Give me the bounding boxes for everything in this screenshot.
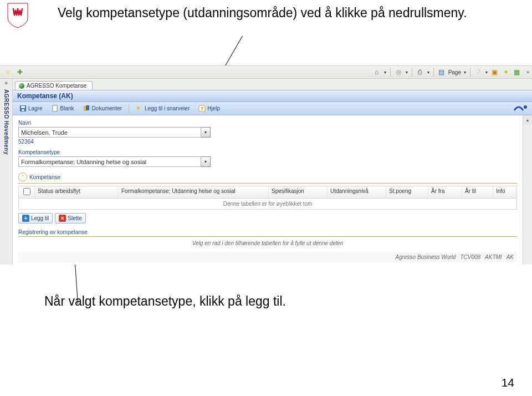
help-label: Hjelp [207,105,220,111]
instruction-top: Velg kompetansetype (utdanningsområde) v… [58,4,467,22]
dropdown-arrow-icon[interactable]: ▾ [485,70,488,75]
kompetansetype-dropdown-button[interactable]: ▾ [201,156,211,167]
favorite-add-icon[interactable]: ☆ [3,68,12,77]
scrollbar[interactable]: ▴ [523,115,532,265]
navn-input[interactable] [18,127,201,138]
instruction-bottom: Når valgt kompetansetype, klikk på legg … [44,294,286,309]
col-header[interactable]: Status arbeidsflyt [35,186,119,198]
help-button[interactable]: ? Hjelp [195,103,223,114]
add-button[interactable]: + Legg til [18,213,53,224]
table-actions: + Legg til × Slette [18,213,517,224]
collapse-toggle[interactable]: ˄ [18,172,27,181]
field-label-navn: Navn [18,120,517,126]
star-icon: ★ [136,105,143,112]
save-label: Lagre [28,105,43,111]
tab-strip: AGRESSO Kompetanse [13,79,532,90]
col-header[interactable]: År til [462,186,493,198]
delete-button[interactable]: × Slette [55,213,86,224]
col-header[interactable]: År fra [428,186,462,198]
col-header[interactable]: St.poeng [386,186,428,198]
delete-label: Slette [68,215,82,221]
sidebar-expand-icon[interactable]: » [4,80,8,86]
shortcut-button[interactable]: ★ Legg til i snarveier [132,103,193,114]
tab-title: AGRESSO Kompetanse [27,83,86,89]
delete-icon: × [59,215,66,222]
footer-product: Agresso Business World [395,254,456,260]
col-header[interactable]: Formalkompetanse; Utdanning helse og sos… [119,186,269,198]
scroll-up-icon[interactable]: ▴ [523,115,532,124]
page-icon[interactable]: ▤ [437,68,446,77]
help-icon[interactable]: ❔ [474,68,483,77]
col-header[interactable]: Utdanningsnivå [328,186,386,198]
save-button[interactable]: Lagre [16,103,46,114]
favorite-plus-icon[interactable]: ✚ [16,68,24,77]
brand-icon [513,104,529,114]
svg-point-8 [524,105,527,109]
add-icon: + [22,215,29,222]
blank-button[interactable]: Blank [48,103,78,114]
documents-icon [83,105,90,112]
tool-icon[interactable]: ✦ [502,68,510,77]
section-title: Kompetanse [29,174,60,180]
navn-id: 52364 [18,139,517,145]
app-toolbar: Lagre Blank Dokumenter ★ Le [13,102,532,115]
col-header[interactable]: Spesifikasjon [269,186,328,198]
navn-dropdown-button[interactable]: ▾ [201,127,211,138]
field-label-kompetansetype: Kompetansetype [18,149,517,155]
kompetansetype-input[interactable] [18,156,201,167]
section-header-kompetanse: ˄ Kompetanse [18,172,517,184]
dropdown-arrow-icon[interactable]: ▾ [405,70,408,75]
col-checkbox[interactable] [19,186,35,198]
table-empty-message: Denne tabellen er for øyeblikket tom [19,199,516,209]
sidebar-tab[interactable]: » AGRESSO Hovedmeny [0,79,13,265]
subsection-hint: Velg en rad i den tilhørende tabellen fo… [18,237,517,250]
page-menu-label[interactable]: Page [448,69,461,75]
tool-icon[interactable]: ▣ [490,68,499,77]
feed-icon[interactable]: ◎ [394,68,403,77]
subsection-title: Registrering av kompetanse [18,229,517,237]
dropdown-arrow-icon[interactable]: ▾ [463,70,467,75]
footer-code: AKTMI [485,254,502,260]
svg-rect-5 [86,105,89,110]
svg-text:?: ? [201,106,204,111]
form-body: Navn ▾ 52364 Kompetansetype [13,115,523,265]
svg-rect-1 [21,106,25,108]
subsection-registrering: Registrering av kompetanse Velg en rad i… [18,229,517,250]
kompetanse-table: Status arbeidsflyt Formalkompetanse; Utd… [18,186,517,210]
app-screenshot: ☆ ✚ ⌂▾ ◎▾ ⎙▾ ▤ Page ▾ ❔▾ ▣ ✦ ▦ » » AGRES… [0,65,532,265]
tab-kompetanse[interactable]: AGRESSO Kompetanse [15,81,93,90]
home-icon[interactable]: ⌂ [372,68,381,77]
status-bar: Agresso Business World TCV008 AKTMI AK [18,252,517,262]
overflow-icon[interactable]: » [526,69,530,75]
page-title: Kompetanse (AK) [13,90,532,102]
browser-toolbar: ☆ ✚ ⌂▾ ◎▾ ⎙▾ ▤ Page ▾ ❔▾ ▣ ✦ ▦ » [0,65,532,79]
tool-icon[interactable]: ▦ [513,68,521,77]
tab-favicon-icon [19,83,24,89]
documents-label: Dokumenter [92,105,122,111]
dropdown-arrow-icon[interactable]: ▾ [427,70,430,75]
footer-code: AK [507,254,514,260]
svg-rect-3 [53,105,57,111]
sidebar-label: AGRESSO Hovedmeny [3,89,9,155]
footer-code: TCV008 [460,254,480,260]
blank-label: Blank [60,105,74,111]
table-header-row: Status arbeidsflyt Formalkompetanse; Utd… [19,186,516,199]
documents-button[interactable]: Dokumenter [80,103,125,114]
page-number: 14 [502,376,514,389]
dropdown-arrow-icon[interactable]: ▾ [383,70,387,75]
select-all-checkbox[interactable] [23,188,30,195]
print-icon[interactable]: ⎙ [416,68,424,77]
col-header[interactable]: Info [493,186,516,198]
blank-icon [52,105,59,112]
help-icon: ? [198,105,206,112]
add-label: Legg til [31,215,49,221]
shortcut-label: Legg til i snarveier [145,105,190,111]
save-icon [19,105,27,112]
logo-shield [7,2,29,29]
svg-rect-2 [22,109,24,111]
